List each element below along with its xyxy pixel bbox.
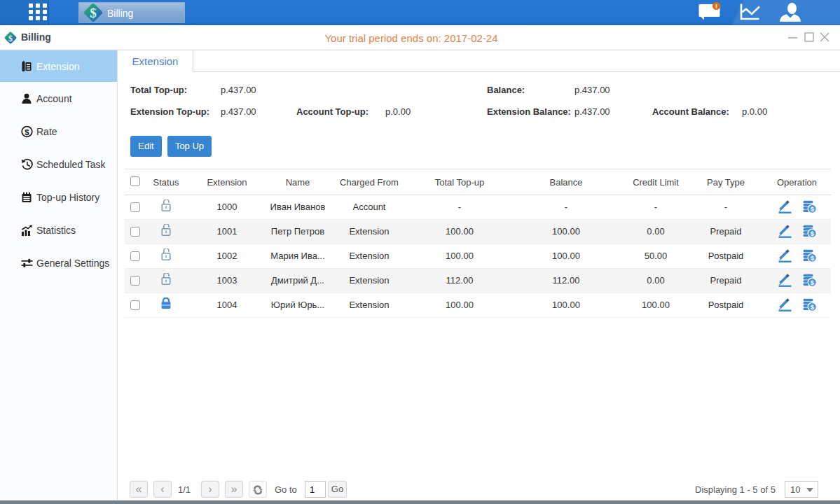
svg-text:$: $ xyxy=(810,205,814,213)
svg-text:!: ! xyxy=(715,3,717,10)
svg-text:$: $ xyxy=(810,279,814,286)
svg-text:$: $ xyxy=(810,303,814,311)
svg-text:$: $ xyxy=(810,230,814,237)
svg-text:$: $ xyxy=(8,34,13,43)
svg-text:$: $ xyxy=(810,254,814,262)
svg-text:$: $ xyxy=(25,127,29,136)
svg-text:$: $ xyxy=(90,6,97,20)
